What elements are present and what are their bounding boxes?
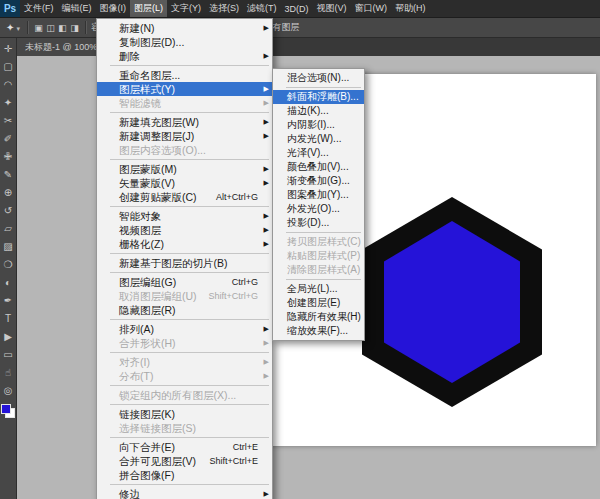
menubar: Ps 文件(F) 编辑(E) 图像(I) 图层(L) 文字(Y) 选择(S) 滤…: [0, 0, 600, 18]
tool-palette: ✛ ▢ ◠ ✦ ✂ ✐ ✙ ✎ ⊕ ↺ ▱ ▨ ❍ ◐ ✒ T: [0, 38, 17, 499]
move-tool[interactable]: ✛: [0, 40, 16, 58]
menu-item-label: 合并可见图层(V): [119, 454, 196, 468]
marquee-tool[interactable]: ▢: [0, 58, 16, 76]
menu-item[interactable]: 缩放效果(F)...: [273, 324, 364, 338]
menu-item[interactable]: 排列(A): [97, 322, 272, 336]
menubar-item[interactable]: 编辑(E): [58, 0, 96, 17]
shape-tool[interactable]: ▭: [0, 346, 16, 364]
submenu-arrow-icon: [264, 369, 269, 383]
menu-item[interactable]: 描边(K)...: [273, 104, 364, 118]
menu-item-label: 颜色叠加(V)...: [287, 160, 349, 174]
menubar-item[interactable]: 视图(V): [313, 0, 351, 17]
menu-item[interactable]: 栅格化(Z): [97, 237, 272, 251]
menu-item[interactable]: 拼合图像(F): [97, 468, 272, 482]
menu-item-label: 栅格化(Z): [119, 237, 164, 251]
menu-item[interactable]: 图层编组(G) Ctrl+G: [97, 275, 272, 289]
menu-item[interactable]: 隐藏图层(R): [97, 303, 272, 317]
tool-preset-picker[interactable]: ✦: [4, 22, 22, 33]
menubar-item[interactable]: 图像(I): [96, 0, 131, 17]
menu-item[interactable]: 创建图层(E): [273, 296, 364, 310]
menu-item[interactable]: 复制图层(D)...: [97, 35, 272, 49]
dodge-tool[interactable]: ◐: [0, 274, 16, 292]
menubar-item[interactable]: 图层(L): [130, 0, 167, 17]
menu-item[interactable]: 图案叠加(Y)...: [273, 188, 364, 202]
clone-stamp-tool[interactable]: ⊕: [0, 184, 16, 202]
history-brush-tool[interactable]: ↺: [0, 202, 16, 220]
add-selection-icon[interactable]: ◫: [45, 23, 56, 33]
menu-item[interactable]: 隐藏所有效果(H): [273, 310, 364, 324]
menu-item[interactable]: 合并可见图层(V) Shift+Ctrl+E: [97, 454, 272, 468]
menu-item-label: 排列(A): [119, 322, 154, 336]
options-bar: ✦ ▣◫◧◨ 容差: 32 消除锯齿 连续: [0, 18, 600, 38]
blur-tool[interactable]: ❍: [0, 256, 16, 274]
foreground-swatch[interactable]: [1, 404, 11, 414]
healing-brush-tool[interactable]: ✙: [0, 148, 16, 166]
menu-item[interactable]: 矢量蒙版(V): [97, 176, 272, 190]
type-tool[interactable]: T: [0, 310, 16, 328]
menu-item[interactable]: 重命名图层...: [97, 68, 272, 82]
menu-item[interactable]: 删除: [97, 49, 272, 63]
menu-item-label: 视频图层: [119, 223, 161, 237]
menu-item[interactable]: 颜色叠加(V)...: [273, 160, 364, 174]
menu-item[interactable]: 图层蒙版(M): [97, 162, 272, 176]
menu-item-label: 图案叠加(Y)...: [287, 188, 349, 202]
color-swatches: [1, 404, 15, 418]
menu-item-label: 内发光(W)...: [287, 132, 341, 146]
eraser-tool[interactable]: ▱: [0, 220, 16, 238]
menu-item[interactable]: 智能对象: [97, 209, 272, 223]
magic-wand-tool[interactable]: ✦: [0, 94, 16, 112]
menu-item-label: 删除: [119, 49, 140, 63]
menu-item: 分布(T): [97, 369, 272, 383]
zoom-tool[interactable]: ◎: [0, 382, 16, 400]
menu-item: 图层内容选项(O)...: [97, 143, 272, 157]
subtract-selection-icon[interactable]: ◧: [57, 23, 68, 33]
menu-item[interactable]: 图层样式(Y): [97, 82, 272, 96]
menu-item[interactable]: 投影(D)...: [273, 216, 364, 230]
intersect-selection-icon[interactable]: ◨: [69, 23, 80, 33]
menubar-item[interactable]: 帮助(H): [391, 0, 430, 17]
eyedropper-tool[interactable]: ✐: [0, 130, 16, 148]
brush-tool[interactable]: ✎: [0, 166, 16, 184]
hand-tool[interactable]: ☝: [0, 364, 16, 382]
menu-item[interactable]: 修边: [97, 487, 272, 499]
menu-item[interactable]: 链接图层(K): [97, 407, 272, 421]
menubar-item[interactable]: 窗口(W): [351, 0, 392, 17]
menu-item[interactable]: 创建剪贴蒙版(C) Alt+Ctrl+G: [97, 190, 272, 204]
menu-item[interactable]: 新建(N): [97, 21, 272, 35]
menu-item[interactable]: 内阴影(I)...: [273, 118, 364, 132]
menu-item[interactable]: 混合选项(N)...: [273, 71, 364, 85]
submenu-arrow-icon: [264, 129, 269, 143]
menu-item-label: 图层样式(Y): [119, 82, 175, 96]
menu-item[interactable]: 向下合并(E) Ctrl+E: [97, 440, 272, 454]
new-selection-icon[interactable]: ▣: [33, 23, 44, 33]
menu-item[interactable]: 新建基于图层的切片(B): [97, 256, 272, 270]
menubar-item[interactable]: 选择(S): [205, 0, 243, 17]
pen-tool[interactable]: ✒: [0, 292, 16, 310]
menu-item-label: 图层蒙版(M): [119, 162, 177, 176]
menubar-item[interactable]: 文件(F): [20, 0, 58, 17]
submenu-arrow-icon: [264, 237, 269, 251]
menu-item[interactable]: 内发光(W)...: [273, 132, 364, 146]
menu-item[interactable]: 斜面和浮雕(B)...: [273, 90, 364, 104]
menu-item[interactable]: 渐变叠加(G)...: [273, 174, 364, 188]
lasso-tool[interactable]: ◠: [0, 76, 16, 94]
menu-item[interactable]: 视频图层: [97, 223, 272, 237]
submenu-arrow-icon: [264, 21, 269, 35]
submenu-arrow-icon: [264, 487, 269, 499]
menu-item-label: 智能滤镜: [119, 96, 161, 110]
menu-item[interactable]: 外发光(O)...: [273, 202, 364, 216]
polygon-layer[interactable]: [362, 197, 542, 407]
menu-item[interactable]: 全局光(L)...: [273, 282, 364, 296]
menu-item[interactable]: 光泽(V)...: [273, 146, 364, 160]
menu-item[interactable]: 新建填充图层(W): [97, 115, 272, 129]
menu-item-label: 内阴影(I)...: [287, 118, 335, 132]
menu-item[interactable]: 新建调整图层(J): [97, 129, 272, 143]
path-select-tool[interactable]: ▶: [0, 328, 16, 346]
crop-tool[interactable]: ✂: [0, 112, 16, 130]
submenu-arrow-icon: [264, 209, 269, 223]
submenu-arrow-icon: [264, 355, 269, 369]
menubar-item[interactable]: 文字(Y): [167, 0, 205, 17]
gradient-tool[interactable]: ▨: [0, 238, 16, 256]
menubar-item[interactable]: 3D(D): [281, 0, 313, 17]
menubar-item[interactable]: 滤镜(T): [243, 0, 281, 17]
